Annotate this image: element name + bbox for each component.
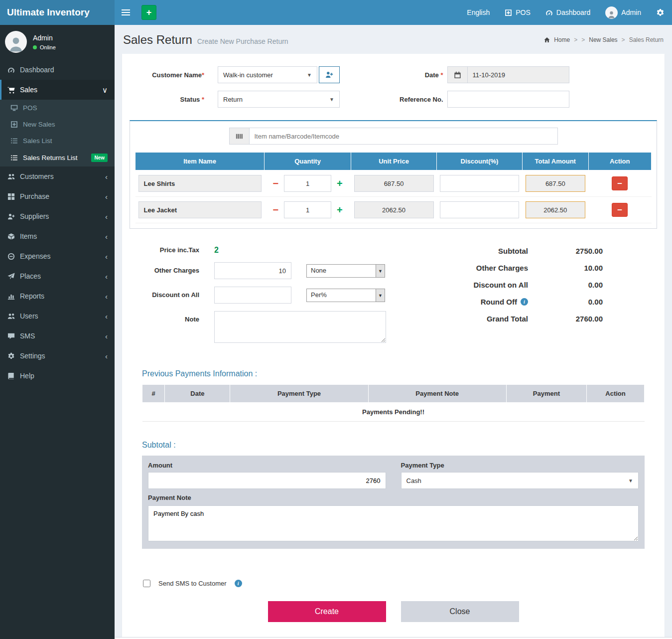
note-textarea[interactable] (214, 311, 386, 343)
required-asterisk: * (440, 71, 443, 79)
sidebar-item-label: Users (20, 312, 38, 320)
quantity-input[interactable] (284, 201, 331, 218)
sidebar-item-new-sales[interactable]: New Sales (0, 116, 115, 133)
info-icon[interactable]: i (521, 298, 528, 306)
item-row: − + − (135, 170, 652, 197)
send-sms-label: Send SMS to Customer (158, 580, 227, 587)
app-brand[interactable]: Ultimate Inventory (0, 0, 115, 25)
sidebar-item-customers[interactable]: Customers ‹ (0, 166, 115, 186)
payment-type-select[interactable]: Cash ▼ (401, 472, 639, 489)
amount-label: Amount (148, 462, 386, 469)
breadcrumb-separator: > (622, 36, 625, 43)
sidebar-item-places[interactable]: Places ‹ (0, 266, 115, 286)
discount-on-all-label: Discount on All (130, 287, 199, 299)
customer-select[interactable]: Walk-in customer ▼ (218, 66, 317, 83)
quantity-input[interactable] (284, 175, 331, 192)
discount-on-all-row: Discount on All Per% ▼ (130, 287, 404, 304)
discount-input[interactable] (440, 175, 520, 192)
remove-item-button[interactable]: − (612, 176, 628, 190)
gears-icon (656, 8, 665, 17)
sidebar-item-sales-returns-list[interactable]: Sales Returns List New (0, 149, 115, 166)
sms-option-row: Send SMS to Customer i (143, 580, 657, 587)
sidebar-item-suppliers[interactable]: Suppliers ‹ (0, 206, 115, 226)
payment-type-field-group: Payment Type Cash ▼ (401, 462, 639, 489)
discount-type-select[interactable]: Per% ▼ (306, 289, 385, 302)
customer-select-value: Walk-in customer (223, 71, 273, 79)
label-text: Customer Name (152, 71, 202, 79)
sidebar-item-settings[interactable]: Settings ‹ (0, 346, 115, 366)
info-icon[interactable]: i (235, 580, 242, 587)
payment-entry-row: Amount Payment Type Cash ▼ (148, 462, 639, 489)
item-name-input[interactable] (138, 175, 262, 192)
unit-price-input[interactable] (354, 201, 434, 218)
payment-note-textarea[interactable]: Payment By cash (148, 505, 639, 541)
breadcrumb-home[interactable]: Home (554, 36, 570, 43)
hamburger-icon (122, 14, 130, 15)
sidebar-item-users[interactable]: Users ‹ (0, 306, 115, 326)
language-menu[interactable]: English (459, 0, 497, 25)
quantity-decrease-button[interactable]: − (268, 178, 284, 188)
note-label: Note (130, 311, 199, 323)
other-charges-input[interactable] (214, 262, 291, 279)
quick-add-button[interactable]: + (141, 5, 156, 20)
discount-on-all-input[interactable] (214, 287, 291, 304)
column-header-quantity: Quantity (265, 153, 351, 170)
sidebar-item-help[interactable]: Help (0, 366, 115, 386)
item-search-input[interactable] (249, 128, 558, 145)
calendar-addon[interactable] (447, 66, 467, 83)
summary-row-subtotal: Subtotal 2750.00 (404, 247, 657, 255)
reference-label: Reference No. (394, 96, 443, 103)
nav-pos-link[interactable]: POS (497, 0, 538, 25)
add-customer-button[interactable] (319, 66, 340, 83)
sidebar-item-label: Sales Returns List (23, 154, 78, 161)
amount-field-group: Amount (148, 462, 386, 489)
nav-dashboard-link[interactable]: Dashboard (538, 0, 598, 25)
payment-note-field-group: Payment Note Payment By cash (148, 494, 639, 543)
payment-type-value: Cash (406, 477, 421, 484)
other-charges-type-select[interactable]: None ▼ (306, 264, 385, 278)
sidebar-item-sms[interactable]: SMS ‹ (0, 326, 115, 346)
caret-down-icon: ▼ (376, 265, 385, 277)
sidebar-item-expenses[interactable]: Expenses ‹ (0, 246, 115, 266)
item-name-input[interactable] (138, 201, 262, 218)
sidebar-item-items[interactable]: Items ‹ (0, 226, 115, 246)
status-select[interactable]: Return ▼ (218, 91, 340, 108)
items-panel: Item Name Quantity Unit Price Discount(%… (130, 120, 657, 229)
quantity-increase-button[interactable]: + (331, 205, 348, 215)
language-label: English (467, 8, 490, 16)
amount-input[interactable] (148, 472, 386, 489)
quantity-increase-button[interactable]: + (331, 178, 348, 188)
unit-price-input[interactable] (354, 175, 434, 192)
breadcrumb-new-sales[interactable]: New Sales (589, 36, 617, 43)
form-actions: Create Close (130, 601, 657, 622)
sidebar-item-sales[interactable]: Sales ∨ (0, 80, 115, 100)
sidebar-item-pos[interactable]: POS (0, 100, 115, 116)
sidebar-item-purchase[interactable]: Purchase ‹ (0, 186, 115, 206)
user-menu[interactable]: Admin (598, 0, 649, 25)
total-amount-input[interactable] (526, 201, 585, 218)
reference-input[interactable] (447, 91, 569, 108)
other-charges-row: Other Charges None ▼ (130, 262, 404, 279)
sidebar-item-label: SMS (20, 332, 35, 340)
sidebar-item-sales-list[interactable]: Sales List (0, 133, 115, 149)
quantity-stepper: − + (268, 175, 348, 192)
sidebar-toggle-button[interactable] (115, 0, 136, 25)
sidebar-item-reports[interactable]: Reports ‹ (0, 286, 115, 306)
total-amount-input[interactable] (526, 175, 585, 192)
chevron-down-icon: ∨ (102, 86, 108, 94)
column-header-payment: Payment (506, 385, 586, 403)
close-button[interactable]: Close (401, 601, 519, 622)
required-asterisk: * (202, 71, 204, 79)
nav-settings-button[interactable] (649, 0, 672, 25)
sidebar-item-label: Help (20, 372, 34, 380)
remove-item-button[interactable]: − (612, 203, 628, 217)
caret-down-icon: ▼ (376, 289, 385, 302)
sidebar-item-dashboard[interactable]: Dashboard (0, 60, 115, 80)
date-input[interactable] (467, 66, 569, 83)
send-sms-checkbox[interactable] (143, 580, 150, 587)
quantity-decrease-button[interactable]: − (268, 205, 284, 215)
create-button[interactable]: Create (268, 601, 386, 622)
label-text: Date (425, 71, 439, 79)
discount-input[interactable] (440, 201, 520, 218)
sidebar-user-panel: Admin Online (0, 25, 115, 60)
